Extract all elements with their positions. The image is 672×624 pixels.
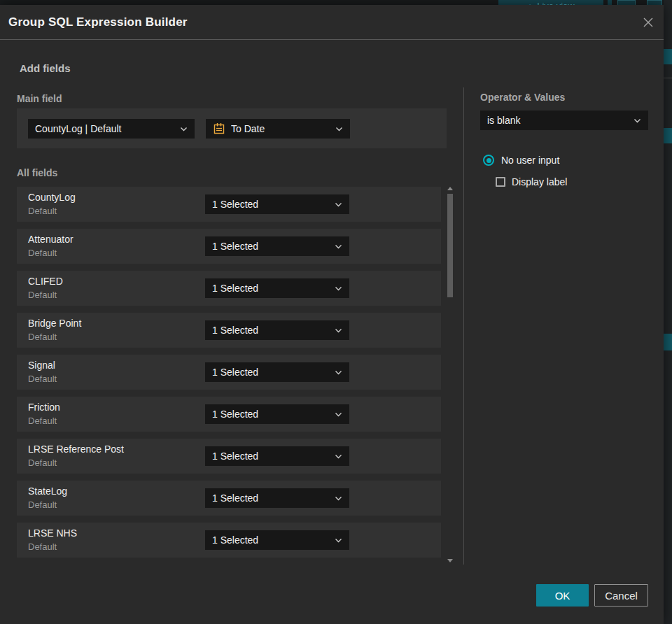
close-icon xyxy=(643,17,654,28)
field-selection-dropdown[interactable]: 1 Selected xyxy=(205,530,349,550)
field-selection-value: 1 Selected xyxy=(212,451,335,462)
field-row-clifed: CLIFED Default 1 Selected xyxy=(17,271,441,306)
field-sublabel: Default xyxy=(28,248,57,258)
no-user-input-label: No user input xyxy=(501,155,559,166)
field-selection-dropdown[interactable]: 1 Selected xyxy=(205,362,349,382)
field-sublabel: Default xyxy=(28,374,57,384)
dialog-header: Group SQL Expression Builder xyxy=(0,5,664,40)
group-sql-expression-builder-dialog: Group SQL Expression Builder Add fields … xyxy=(0,5,664,624)
column-divider xyxy=(463,87,464,565)
background-app-top-strip: ● Live view xyxy=(0,0,672,5)
chevron-down-icon xyxy=(335,412,342,417)
main-field-dropdown-value: CountyLog | Default xyxy=(35,123,180,134)
background-app-right-sliver xyxy=(664,0,672,624)
field-name: StateLog xyxy=(28,485,67,497)
live-view-toggle[interactable]: ● Live view xyxy=(498,0,603,5)
background-button xyxy=(647,0,662,5)
radio-selected-icon xyxy=(483,155,494,166)
field-selection-dropdown[interactable]: 1 Selected xyxy=(205,446,349,466)
fields-list-scrollbar[interactable] xyxy=(447,184,454,566)
operator-dropdown[interactable]: is blank xyxy=(480,111,648,130)
background-button xyxy=(617,0,636,5)
main-field-label: Main field xyxy=(17,93,62,104)
field-row-lrse-nhs: LRSE NHS Default 1 Selected xyxy=(17,523,441,558)
display-label-checkbox[interactable]: Display label xyxy=(496,176,567,187)
chevron-down-icon xyxy=(634,118,641,123)
field-name: Friction xyxy=(28,402,60,413)
chevron-down-icon xyxy=(335,202,342,207)
background-teal-block xyxy=(664,128,672,143)
chevron-down-icon xyxy=(335,496,342,501)
background-teal-block xyxy=(664,49,672,64)
field-sublabel: Default xyxy=(28,290,57,300)
field-name: CLIFED xyxy=(28,276,63,287)
cancel-button[interactable]: Cancel xyxy=(594,584,648,607)
field-sublabel: Default xyxy=(28,416,57,426)
field-selection-dropdown[interactable]: 1 Selected xyxy=(205,278,349,298)
background-teal-block xyxy=(664,334,672,350)
field-row-attenuator: Attenuator Default 1 Selected xyxy=(17,229,441,264)
field-selection-value: 1 Selected xyxy=(212,409,335,420)
field-selection-value: 1 Selected xyxy=(212,325,335,336)
field-row-bridge-point: Bridge Point Default 1 Selected xyxy=(17,313,441,348)
screen: ● Live view Group SQL Expression Builder… xyxy=(0,0,672,624)
main-field-statistic-dropdown[interactable]: To Date xyxy=(206,119,350,139)
field-name: Attenuator xyxy=(28,234,74,245)
field-selection-dropdown[interactable]: 1 Selected xyxy=(205,194,349,214)
background-divider xyxy=(664,78,672,78)
add-fields-heading: Add fields xyxy=(20,62,71,74)
field-row-statelog: StateLog Default 1 Selected xyxy=(17,481,441,516)
field-name: Bridge Point xyxy=(28,318,81,329)
chevron-down-icon xyxy=(335,454,342,459)
main-field-statistic-value: To Date xyxy=(231,123,330,134)
operator-values-label: Operator & Values xyxy=(480,92,565,103)
field-row-lrse-reference-post: LRSE Reference Post Default 1 Selected xyxy=(17,439,441,474)
scroll-up-arrow-icon[interactable] xyxy=(447,187,453,190)
field-selection-dropdown[interactable]: 1 Selected xyxy=(205,488,349,508)
field-name: CountyLog xyxy=(28,192,76,203)
dialog-title: Group SQL Expression Builder xyxy=(8,5,188,40)
field-selection-value: 1 Selected xyxy=(212,367,335,378)
field-selection-dropdown[interactable]: 1 Selected xyxy=(205,404,349,424)
field-selection-value: 1 Selected xyxy=(212,492,335,504)
close-button[interactable] xyxy=(640,14,657,31)
ok-button[interactable]: OK xyxy=(536,584,589,607)
chevron-down-icon xyxy=(335,538,342,543)
field-selection-value: 1 Selected xyxy=(212,241,335,252)
field-row-signal: Signal Default 1 Selected xyxy=(17,355,441,390)
all-fields-label: All fields xyxy=(17,167,57,178)
main-field-dropdown[interactable]: CountyLog | Default xyxy=(28,119,195,139)
field-selection-value: 1 Selected xyxy=(212,534,335,546)
field-sublabel: Default xyxy=(28,332,57,342)
main-field-row: CountyLog | Default To Date xyxy=(17,108,447,148)
field-name: LRSE NHS xyxy=(28,527,77,539)
field-selection-value: 1 Selected xyxy=(212,199,335,210)
field-selection-value: 1 Selected xyxy=(212,283,335,294)
field-name: Signal xyxy=(28,360,55,371)
chevron-down-icon xyxy=(180,127,188,132)
field-selection-dropdown[interactable]: 1 Selected xyxy=(205,320,349,340)
chevron-down-icon xyxy=(335,244,342,249)
field-row-friction: Friction Default 1 Selected xyxy=(17,397,441,432)
chevron-down-icon xyxy=(335,328,342,333)
calendar-date-icon xyxy=(213,122,225,135)
background-button xyxy=(608,0,612,5)
chevron-down-icon xyxy=(335,127,343,132)
scrollbar-thumb[interactable] xyxy=(447,194,453,297)
field-name: LRSE Reference Post xyxy=(28,444,124,455)
field-selection-dropdown[interactable]: 1 Selected xyxy=(205,236,349,256)
chevron-down-icon xyxy=(335,370,342,375)
scroll-down-arrow-icon[interactable] xyxy=(447,559,453,562)
no-user-input-radio[interactable]: No user input xyxy=(483,155,559,166)
field-sublabel: Default xyxy=(28,458,57,468)
field-sublabel: Default xyxy=(28,499,57,510)
display-label-text: Display label xyxy=(512,176,567,187)
field-sublabel: Default xyxy=(28,206,57,216)
field-sublabel: Default xyxy=(28,541,57,552)
field-row-countylog: CountyLog Default 1 Selected xyxy=(17,187,441,222)
checkbox-unchecked-icon xyxy=(496,177,505,187)
operator-dropdown-value: is blank xyxy=(487,115,634,126)
chevron-down-icon xyxy=(335,286,342,291)
